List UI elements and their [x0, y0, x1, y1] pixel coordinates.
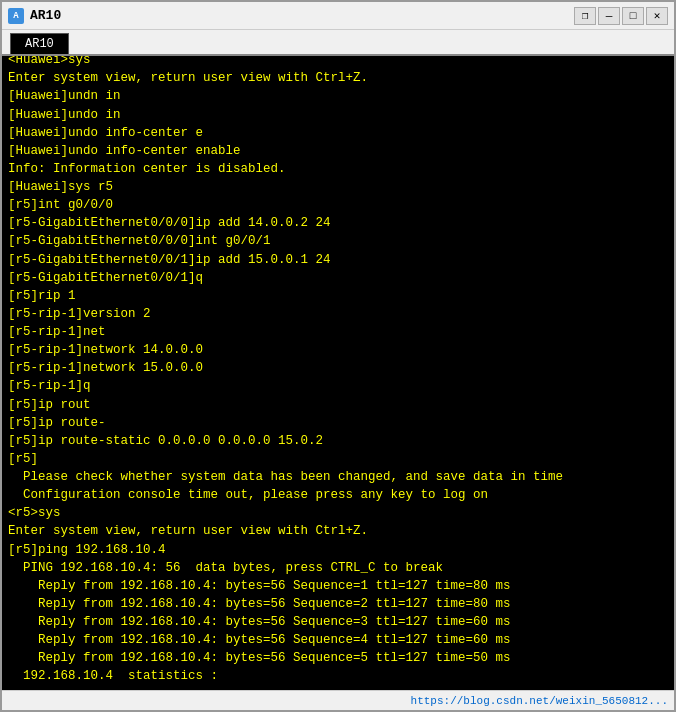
app-icon: A [8, 8, 24, 24]
window-controls: ❐ — □ ✕ [574, 7, 668, 25]
tab-bar: AR10 [2, 30, 674, 56]
minimize-button[interactable]: — [598, 7, 620, 25]
maximize-button[interactable]: □ [622, 7, 644, 25]
window-title: AR10 [30, 8, 61, 23]
restore-button[interactable]: ❐ [574, 7, 596, 25]
status-bar: https://blog.csdn.net/weixin_5650812... [2, 690, 674, 710]
tab-ar10[interactable]: AR10 [10, 33, 69, 54]
terminal-container: The device is running!<Huawei>sysEnter s… [2, 56, 674, 690]
title-bar: A AR10 ❐ — □ ✕ [2, 2, 674, 30]
main-window: A AR10 ❐ — □ ✕ AR10 The device is runnin… [0, 0, 676, 712]
close-button[interactable]: ✕ [646, 7, 668, 25]
status-url: https://blog.csdn.net/weixin_5650812... [411, 695, 668, 707]
terminal-output[interactable]: The device is running!<Huawei>sysEnter s… [2, 56, 674, 690]
title-bar-left: A AR10 [8, 8, 61, 24]
